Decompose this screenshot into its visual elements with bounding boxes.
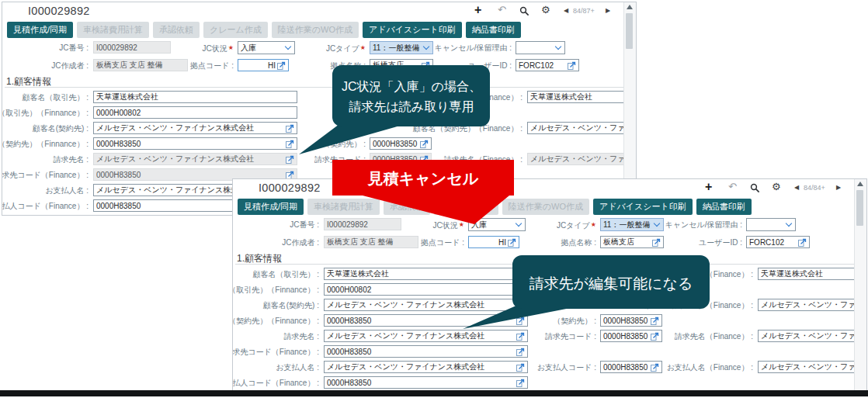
scrollbar-thumb[interactable] [626, 13, 633, 49]
lookup-icon[interactable] [286, 124, 294, 133]
jc-type-label: JCタイプ★ [557, 220, 596, 230]
jc-type-field[interactable]: 11：一般整備 [600, 218, 664, 231]
lookup-icon[interactable] [652, 238, 661, 247]
jc-number-field[interactable]: I000029892 [93, 41, 171, 54]
lookup-icon[interactable] [568, 61, 576, 70]
billing-code-field[interactable]: 0000H83850 [370, 153, 432, 165]
add-icon[interactable]: + [474, 4, 481, 16]
payer-name-field[interactable]: メルセデス・ベンツ・ファイナンス株式会社 [324, 361, 528, 373]
jc-status-label: JC状況★ [433, 220, 464, 230]
lookup-icon[interactable] [277, 61, 286, 70]
billing-name-field[interactable]: メルセデス・ベンツ・ファイナンス株式会社 [324, 330, 528, 342]
jc-creator-field[interactable]: 板橋支店 支店 整備 [324, 236, 418, 248]
scrollbar[interactable] [854, 179, 866, 392]
lookup-icon[interactable] [516, 317, 525, 325]
scrollbar-thumb[interactable] [856, 190, 863, 226]
lookup-icon[interactable] [651, 317, 659, 325]
scroll-up-arrow[interactable] [857, 182, 863, 186]
lookup-icon[interactable] [516, 379, 525, 387]
jc-status-field[interactable]: 入庫 [238, 41, 295, 54]
lookup-icon[interactable] [286, 140, 294, 148]
payer-code-finance-label: お支払人コード（Finance） : [2, 201, 89, 211]
base-name-field[interactable]: 板橋支店 [370, 59, 433, 71]
lookup-icon[interactable] [286, 171, 294, 179]
customer-name-client-field[interactable]: 天草運送株式会社 [93, 91, 297, 103]
base-code-field[interactable]: HI [468, 236, 519, 248]
prev-record-icon[interactable]: ◀ [794, 185, 799, 191]
customer-code-contract-field[interactable]: 0000H83850 [324, 314, 528, 327]
lookup-icon[interactable] [516, 363, 525, 372]
billing-code-finance-field[interactable]: 0000H83850 [324, 345, 528, 358]
jc-type-field[interactable]: 11：一般整備 [370, 41, 433, 54]
customer-name-contract-field[interactable]: メルセデス・ベンツ・ファイナンス株式会社 [93, 122, 297, 134]
undo-icon[interactable]: ↶ [498, 5, 506, 15]
lookup-icon[interactable] [516, 348, 525, 356]
search-icon[interactable] [750, 183, 760, 196]
jc-creator-field[interactable]: 板橋支店 支店 整備 [93, 59, 188, 71]
customer-name-contract-field[interactable]: メルセデス・ベンツ・ファイナンス株式会社 [324, 299, 528, 311]
lookup-icon[interactable] [798, 238, 807, 247]
settings-icon[interactable]: ⚙ [772, 182, 781, 192]
next-record-icon[interactable]: ▶ [836, 185, 841, 191]
payer-code-field[interactable]: 0000H83850 [600, 361, 662, 373]
customer-code-client-field[interactable]: 0000H00802 [324, 283, 528, 296]
customer-code-client-field[interactable]: 0000H00802 [93, 106, 297, 119]
create-transport-wo-button: 陸送作業のWO作成 [502, 199, 589, 215]
jc-status-field[interactable]: 入庫 [468, 218, 526, 231]
jc-number-field[interactable]: I000029892 [324, 218, 401, 230]
pager-indicator: 84/87+ [573, 8, 595, 15]
required-marker: ★ [228, 44, 234, 51]
lookup-icon[interactable] [516, 332, 525, 341]
base-code-field[interactable]: HI [238, 59, 289, 71]
user-id-field[interactable]: FORC102 [516, 59, 579, 71]
lookup-icon[interactable] [420, 155, 429, 164]
print-delivery-note-button[interactable]: 納品書印刷 [696, 199, 752, 215]
payer-code-finance-label: お支払人コード（Finance） : [232, 378, 319, 388]
lookup-icon[interactable] [516, 301, 525, 310]
undo-icon[interactable]: ↶ [728, 182, 737, 192]
payer-code-finance-field[interactable]: 0000H83850 [324, 376, 528, 389]
prev-record-icon[interactable]: ◀ [564, 8, 568, 14]
section-divider [235, 264, 855, 265]
lookup-icon[interactable] [508, 238, 516, 247]
jc-number-label: JC番号 : [59, 43, 89, 53]
lookup-icon[interactable] [651, 332, 659, 341]
billing-name-field[interactable]: メルセデス・ベンツ・ファイナンス株式会社 [93, 153, 297, 165]
scroll-up-arrow[interactable] [627, 5, 633, 9]
customer-name-contract-finance-field[interactable]: メルセデス・ベンツ・ファイナンス株式会社 [758, 299, 867, 311]
contract-code-field[interactable]: 0000H83850 [370, 137, 432, 150]
billing-code-field[interactable]: 0000H83850 [600, 330, 662, 342]
customer-name-client-label: 顧客名（取引先） : [252, 269, 319, 279]
search-icon[interactable] [519, 6, 529, 19]
cancel-hold-reason-field[interactable] [746, 218, 796, 231]
create-claim-button: クレーム作成 [434, 199, 498, 215]
print-delivery-note-button[interactable]: 納品書印刷 [466, 22, 521, 38]
billing-name-finance-field[interactable]: メルセデス・ベンツ・ファイナンス株式会社 [527, 153, 637, 165]
print-advice-sheet-button[interactable]: アドバイスシート印刷 [593, 199, 693, 215]
chevron-down-icon [654, 220, 660, 227]
cancel-hold-reason-field[interactable] [516, 41, 565, 54]
customer-name-client-finance-field[interactable]: 天草運送株式会社 [527, 91, 637, 103]
create-estimate-sync-button[interactable]: 見積作成/同期 [238, 199, 304, 215]
add-icon[interactable]: + [705, 181, 712, 193]
customer-code-contract-field[interactable]: 0000H83850 [93, 137, 297, 150]
user-id-field[interactable]: FORC102 [746, 236, 810, 248]
customer-name-contract-finance-field[interactable]: メルセデス・ベンツ・ファイナンス株式会社 [527, 122, 637, 134]
settings-icon[interactable]: ⚙ [541, 5, 550, 15]
lookup-icon[interactable] [651, 363, 659, 372]
base-name-field[interactable]: 板橋支店 [600, 236, 664, 248]
billing-code-finance-label: 請求先コード（Finance） : [232, 347, 319, 357]
print-advice-sheet-button[interactable]: アドバイスシート印刷 [363, 22, 462, 38]
customer-name-client-field[interactable]: 天草運送株式会社 [324, 268, 528, 280]
customer-code-client-label: 顧客コード（取引先）（Finnance） : [2, 108, 89, 118]
customer-name-client-finance-field[interactable]: 天草運送株式会社 [758, 268, 867, 280]
payer-name-finance-field[interactable]: メルセデス・ベンツ・ファイナンス株式会社 [758, 361, 867, 373]
lookup-icon[interactable] [420, 140, 429, 148]
lookup-icon[interactable] [422, 61, 430, 70]
create-estimate-sync-button[interactable]: 見積作成/同期 [7, 22, 73, 38]
cancel-hold-reason-label: キャンセル/保留理由 : [434, 43, 512, 53]
next-record-icon[interactable]: ▶ [606, 8, 610, 14]
billing-name-finance-field[interactable]: メルセデス・ベンツ・ファイナンス株式会社 [758, 330, 867, 342]
lookup-icon[interactable] [286, 155, 294, 164]
contract-code-field[interactable]: 0000H83850 [600, 314, 662, 327]
